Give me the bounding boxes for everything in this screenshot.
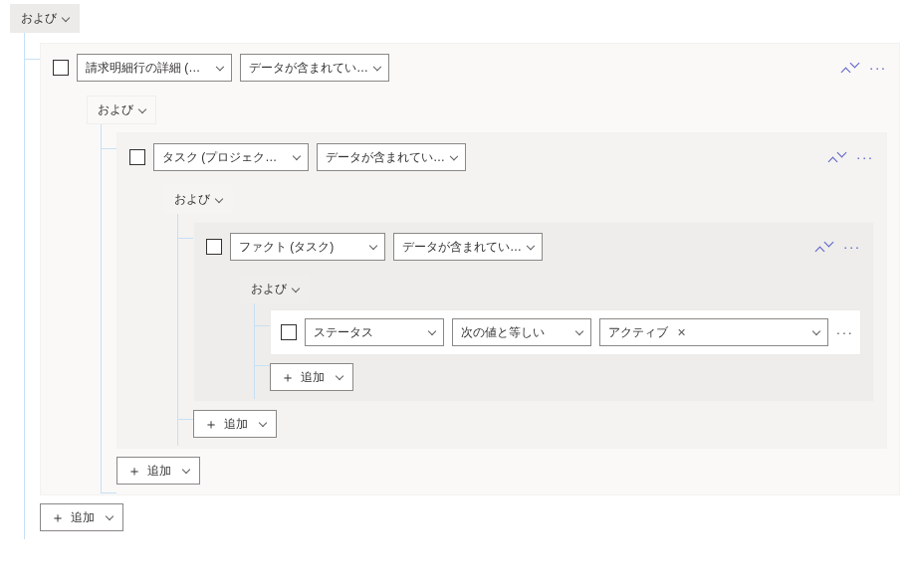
entity-select-l3[interactable]: ファクト (タスク) <box>230 233 385 261</box>
chevron-down-icon <box>373 63 381 71</box>
chevron-down-icon <box>527 242 535 250</box>
entity-select-l2[interactable]: タスク (プロジェクト … <box>153 143 309 171</box>
and-operator-l2[interactable]: および <box>163 185 233 214</box>
add-button-l2[interactable]: ＋ 追加 <box>116 457 200 485</box>
chevron-down-icon <box>428 327 436 335</box>
add-button-l1[interactable]: ＋ 追加 <box>40 503 123 531</box>
more-menu-l1[interactable]: ··· <box>869 61 887 75</box>
entity-label: ファクト (タスク) <box>239 239 334 256</box>
chevron-down-icon <box>292 284 300 292</box>
chevron-down-icon <box>182 466 190 474</box>
chevron-down-icon <box>106 512 114 520</box>
tree-rail <box>10 33 40 539</box>
row-checkbox-leaf[interactable] <box>281 324 297 340</box>
more-menu-l2[interactable]: ··· <box>856 150 874 164</box>
operator-select-leaf[interactable]: 次の値と等しい <box>452 318 591 346</box>
condition-select-l3[interactable]: データが含まれています <box>393 233 543 261</box>
and-operator-l3[interactable]: および <box>240 275 310 303</box>
plus-icon: ＋ <box>204 417 218 431</box>
chevron-down-icon <box>336 372 343 380</box>
add-label: 追加 <box>224 416 248 433</box>
add-button-l4[interactable]: ＋ 追加 <box>270 363 353 391</box>
chevron-down-icon <box>259 419 267 427</box>
chevron-down-icon <box>450 152 458 160</box>
entity-label: 請求明細行の詳細 (プロ… <box>86 60 211 77</box>
chevron-down-icon <box>216 63 224 71</box>
condition-label: データが含まれています <box>249 60 368 77</box>
and-operator-label: および <box>251 281 287 297</box>
and-operator-label: および <box>174 191 210 208</box>
more-menu-l3[interactable]: ··· <box>843 240 861 254</box>
tree-rail <box>87 124 116 492</box>
remove-value-icon[interactable]: ✕ <box>677 326 686 338</box>
chevron-down-icon <box>575 327 583 335</box>
condition-select-l1[interactable]: データが含まれています <box>240 54 389 82</box>
chevron-down-icon <box>293 152 301 160</box>
plus-icon: ＋ <box>127 464 141 478</box>
and-operator-root[interactable]: および <box>10 4 80 33</box>
chevron-down-icon <box>812 327 820 335</box>
row-checkbox-l2[interactable] <box>129 149 145 165</box>
tree-rail <box>240 303 270 399</box>
value-select-leaf[interactable]: アクティブ ✕ <box>599 318 828 346</box>
tree-rail <box>163 214 193 446</box>
add-label: 追加 <box>147 463 171 480</box>
add-button-l3[interactable]: ＋ 追加 <box>193 410 277 438</box>
plus-icon: ＋ <box>51 510 65 524</box>
collapse-icon[interactable] <box>843 61 857 75</box>
add-label: 追加 <box>301 369 325 386</box>
field-select-leaf[interactable]: ステータス <box>305 318 444 346</box>
entity-label: タスク (プロジェクト … <box>162 149 288 166</box>
and-operator-l1[interactable]: および <box>87 96 156 124</box>
chevron-down-icon <box>369 242 377 250</box>
plus-icon: ＋ <box>281 370 295 384</box>
condition-label: データが含まれています <box>326 149 445 166</box>
entity-select-l1[interactable]: 請求明細行の詳細 (プロ… <box>77 54 232 82</box>
condition-select-l2[interactable]: データが含まれています <box>317 143 466 171</box>
condition-label: データが含まれています <box>402 239 522 256</box>
value-label: アクティブ <box>608 325 668 339</box>
collapse-icon[interactable] <box>830 150 844 164</box>
more-menu-leaf[interactable]: ··· <box>836 325 854 339</box>
chevron-down-icon <box>138 104 146 112</box>
collapse-icon[interactable] <box>817 240 831 254</box>
field-label: ステータス <box>314 324 373 341</box>
chevron-down-icon <box>62 13 70 21</box>
and-operator-label: および <box>98 101 133 118</box>
row-checkbox-l3[interactable] <box>206 239 222 255</box>
operator-label: 次の値と等しい <box>461 324 545 341</box>
and-operator-label: および <box>21 10 57 27</box>
add-label: 追加 <box>71 509 95 526</box>
chevron-down-icon <box>215 194 223 202</box>
row-checkbox-l1[interactable] <box>53 60 69 76</box>
